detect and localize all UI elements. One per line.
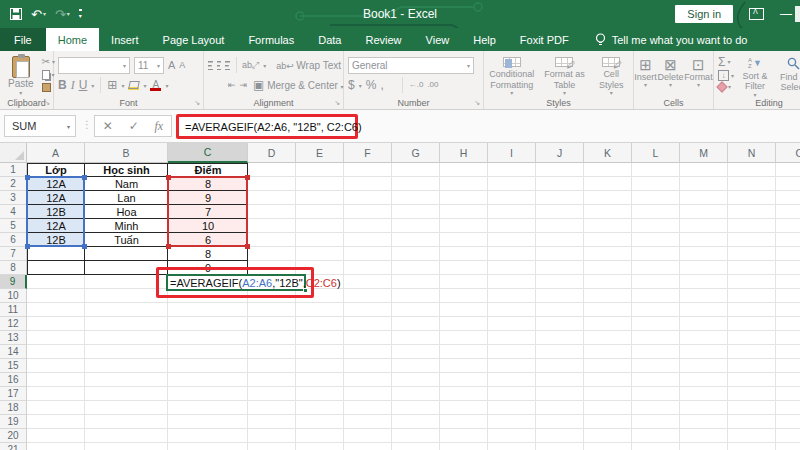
column-header-O[interactable]: O	[776, 143, 800, 163]
name-box-dropdown-icon[interactable]: ▾	[67, 123, 75, 130]
row-header-17[interactable]: 17	[0, 387, 27, 401]
font-size-combobox[interactable]: 11▾	[134, 57, 164, 74]
grid-cell-B3[interactable]: Lan	[85, 191, 168, 205]
range-handle[interactable]	[82, 244, 87, 249]
orientation-button[interactable]: ab⤢	[242, 61, 259, 70]
conditional-formatting-button[interactable]: Conditional Formatting▾	[486, 55, 538, 97]
italic-button[interactable]: I	[71, 79, 75, 91]
grid-cell-C2[interactable]: 8	[168, 177, 248, 191]
clear-button[interactable]: ▾	[718, 83, 734, 91]
tab-foxit-pdf[interactable]: Foxit PDF	[508, 28, 581, 51]
row-header-20[interactable]: 20	[0, 429, 27, 443]
tab-page-layout[interactable]: Page Layout	[151, 28, 237, 51]
row-header-18[interactable]: 18	[0, 401, 27, 415]
grid-cell-A4[interactable]: 12B	[27, 205, 85, 219]
row-header-9[interactable]: 9	[0, 275, 27, 289]
row-header-7[interactable]: 7	[0, 247, 27, 261]
grid-cell-B1[interactable]: Học sinh	[85, 163, 168, 177]
worksheet-grid[interactable]: ABCDEFGHIJKLMNO1234567891011121314151617…	[0, 143, 800, 450]
grid-cell-B2[interactable]: Nam	[85, 177, 168, 191]
grid-cell-C3[interactable]: 9	[168, 191, 248, 205]
row-header-1[interactable]: 1	[0, 163, 27, 177]
enter-entry-button[interactable]: ✓	[129, 119, 139, 133]
row-header-4[interactable]: 4	[0, 205, 27, 219]
grid-cell-C8[interactable]: 9	[168, 261, 248, 275]
align-top-icon[interactable]	[208, 61, 213, 70]
align-bottom-icon[interactable]	[225, 61, 230, 70]
restore-button-partial[interactable]	[795, 6, 800, 22]
grow-font-button[interactable]: A	[168, 60, 175, 71]
column-header-H[interactable]: H	[440, 143, 488, 163]
range-handle[interactable]	[82, 175, 87, 180]
column-header-L[interactable]: L	[632, 143, 680, 163]
number-dialog-launcher-icon[interactable]: ↘	[474, 99, 480, 107]
row-header-14[interactable]: 14	[0, 345, 27, 359]
column-header-M[interactable]: M	[680, 143, 728, 163]
row-header-12[interactable]: 12	[0, 317, 27, 331]
format-cells-button[interactable]: ⊡ Format▾	[684, 55, 713, 97]
wrap-text-button[interactable]: ab↩ Wrap Text	[276, 60, 341, 71]
row-header-21[interactable]: 21	[0, 443, 27, 450]
column-header-G[interactable]: G	[392, 143, 440, 163]
increase-decimal-button[interactable]: ←.0	[409, 81, 424, 89]
fill-button[interactable]: ↓▾	[718, 70, 734, 81]
grid-cell-A1[interactable]: Lớp	[27, 163, 85, 177]
grid-cell-B4[interactable]: Hoa	[85, 205, 168, 219]
comma-style-button[interactable]: ,	[380, 79, 383, 91]
ribbon-display-options-icon[interactable]	[749, 8, 764, 20]
range-handle[interactable]	[25, 244, 30, 249]
find-select-button[interactable]: Find & Select	[776, 55, 800, 97]
row-header-6[interactable]: 6	[0, 233, 27, 247]
copy-button[interactable]: ▾	[42, 70, 55, 80]
tab-help[interactable]: Help	[461, 28, 508, 51]
tab-view[interactable]: View	[414, 28, 462, 51]
formula-bar-resize-handle[interactable]: ⋮	[82, 119, 92, 130]
range-handle[interactable]	[245, 175, 250, 180]
cancel-entry-button[interactable]: ✕	[103, 119, 113, 133]
delete-cells-button[interactable]: ⊠ Delete▾	[657, 55, 683, 97]
alignment-dialog-launcher-icon[interactable]: ↘	[334, 99, 340, 107]
grid-cell-A6[interactable]: 12B	[27, 233, 85, 247]
tell-me-box[interactable]: Tell me what you want to do	[581, 28, 748, 51]
merge-center-button[interactable]: ▣ Merge & Center ▾	[253, 79, 344, 91]
select-all-corner[interactable]	[0, 143, 27, 163]
column-header-E[interactable]: E	[296, 143, 344, 163]
format-painter-button[interactable]	[42, 83, 55, 92]
row-header-8[interactable]: 8	[0, 261, 27, 275]
column-header-F[interactable]: F	[344, 143, 392, 163]
row-header-2[interactable]: 2	[0, 177, 27, 191]
currency-format-button[interactable]: $	[348, 79, 355, 91]
align-middle-icon[interactable]	[217, 61, 222, 70]
sort-filter-button[interactable]: AZ▼ Sort & Filter▾	[738, 55, 772, 97]
borders-button[interactable]: ⊞	[107, 79, 117, 91]
range-handle[interactable]	[245, 244, 250, 249]
tab-data[interactable]: Data	[306, 28, 353, 51]
tab-file[interactable]: File	[0, 28, 46, 51]
tab-review[interactable]: Review	[353, 28, 413, 51]
range-handle[interactable]	[166, 244, 171, 249]
grid-cell-C5[interactable]: 10	[168, 219, 248, 233]
grid-cell-A5[interactable]: 12A	[27, 219, 85, 233]
font-color-button[interactable]: A	[150, 80, 161, 91]
font-dialog-launcher-icon[interactable]: ↘	[194, 99, 200, 107]
fill-color-button[interactable]	[128, 81, 139, 90]
column-header-J[interactable]: J	[536, 143, 584, 163]
grid-cell-C6[interactable]: 6	[168, 233, 248, 247]
fill-handle[interactable]	[303, 288, 308, 293]
grid-cell-C1[interactable]: Điểm	[168, 163, 248, 177]
tab-home[interactable]: Home	[46, 28, 99, 51]
row-header-16[interactable]: 16	[0, 373, 27, 387]
autosum-button[interactable]: Σ▾	[718, 56, 734, 68]
font-name-combobox[interactable]: ▾	[58, 57, 130, 74]
insert-function-button[interactable]: fx	[154, 119, 163, 134]
grid-cell-B6[interactable]: Tuấn	[85, 233, 168, 247]
grid-cell-B5[interactable]: Minh	[85, 219, 168, 233]
row-header-19[interactable]: 19	[0, 415, 27, 429]
row-header-10[interactable]: 10	[0, 289, 27, 303]
row-header-11[interactable]: 11	[0, 303, 27, 317]
column-header-N[interactable]: N	[728, 143, 776, 163]
grid-cell-A2[interactable]: 12A	[27, 177, 85, 191]
cell-styles-button[interactable]: Cell Styles▾	[591, 55, 631, 97]
grid-cell-A3[interactable]: 12A	[27, 191, 85, 205]
sign-in-button[interactable]: Sign in	[675, 5, 733, 23]
